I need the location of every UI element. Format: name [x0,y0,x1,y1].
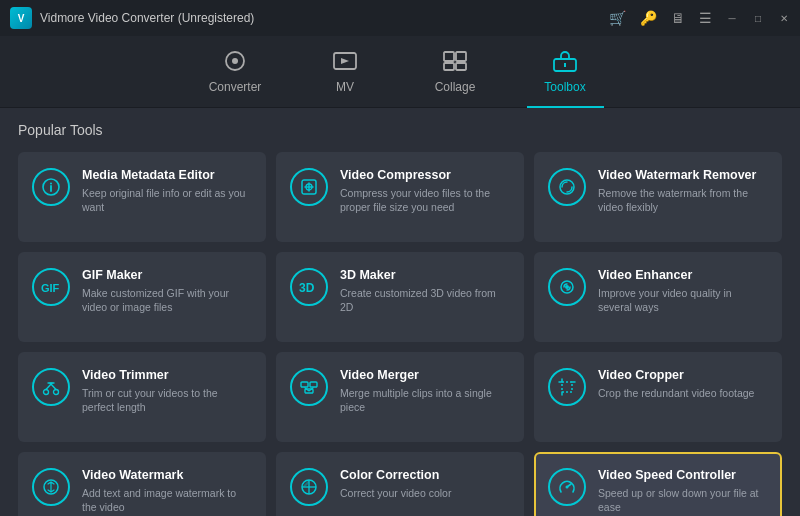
title-bar-left: V Vidmore Video Converter (Unregistered) [10,7,254,29]
video-trimmer-desc: Trim or cut your videos to the perfect l… [82,387,252,414]
cart-icon[interactable]: 🛒 [609,10,626,26]
media-metadata-info: Media Metadata EditorKeep original file … [82,168,252,214]
svg-text:GIF: GIF [41,282,60,294]
video-enhancer-icon [548,268,586,306]
minimize-button[interactable]: ─ [726,12,738,24]
video-speed-controller-icon [548,468,586,506]
gif-maker-icon: GIF [32,268,70,306]
video-watermark-remover-info: Video Watermark RemoverRemove the waterm… [598,168,768,214]
monitor-icon[interactable]: 🖥 [671,10,685,26]
title-bar-title: Vidmore Video Converter (Unregistered) [40,11,254,25]
video-compressor-icon [290,168,328,206]
gif-maker-name: GIF Maker [82,268,252,283]
video-trimmer-icon [32,368,70,406]
media-metadata-desc: Keep original file info or edit as you w… [82,187,252,214]
toolbox-tab-icon [552,50,578,76]
video-watermark-name: Video Watermark [82,468,252,483]
video-watermark-remover-name: Video Watermark Remover [598,168,768,183]
svg-point-10 [50,183,52,185]
tool-card-video-watermark-remover[interactable]: Video Watermark RemoverRemove the waterm… [534,152,782,242]
tool-card-video-enhancer[interactable]: Video EnhancerImprove your video quality… [534,252,782,342]
3d-maker-name: 3D Maker [340,268,510,283]
color-correction-info: Color CorrectionCorrect your video color [340,468,510,501]
media-metadata-name: Media Metadata Editor [82,168,252,183]
tool-card-3d-maker[interactable]: 3D 3D MakerCreate customized 3D video fr… [276,252,524,342]
video-merger-desc: Merge multiple clips into a single piece [340,387,510,414]
video-compressor-name: Video Compressor [340,168,510,183]
3d-maker-info: 3D MakerCreate customized 3D video from … [340,268,510,314]
video-speed-controller-name: Video Speed Controller [598,468,768,483]
video-compressor-info: Video CompressorCompress your video file… [340,168,510,214]
tool-card-video-compressor[interactable]: Video CompressorCompress your video file… [276,152,524,242]
tab-toolbox[interactable]: Toolbox [510,36,620,108]
svg-text:3D: 3D [299,281,315,294]
tab-converter[interactable]: Converter [180,36,290,108]
tools-grid: Media Metadata EditorKeep original file … [18,152,782,516]
color-correction-desc: Correct your video color [340,487,510,501]
video-enhancer-desc: Improve your video quality in several wa… [598,287,768,314]
gif-maker-info: GIF MakerMake customized GIF with your v… [82,268,252,314]
title-bar: V Vidmore Video Converter (Unregistered)… [0,0,800,36]
mv-tab-icon [332,50,358,76]
collage-tab-icon [442,50,468,76]
title-bar-right: 🛒 🔑 🖥 ☰ ─ □ ✕ [609,10,790,26]
svg-rect-24 [301,382,308,387]
video-merger-info: Video MergerMerge multiple clips into a … [340,368,510,414]
video-merger-name: Video Merger [340,368,510,383]
svg-point-18 [565,285,569,289]
svg-rect-6 [456,63,466,70]
video-enhancer-info: Video EnhancerImprove your video quality… [598,268,768,314]
tool-card-video-merger[interactable]: Video MergerMerge multiple clips into a … [276,352,524,442]
tool-card-media-metadata[interactable]: Media Metadata EditorKeep original file … [18,152,266,242]
menu-icon[interactable]: ☰ [699,10,712,26]
tool-card-color-correction[interactable]: Color CorrectionCorrect your video color [276,452,524,516]
gif-maker-desc: Make customized GIF with your video or i… [82,287,252,314]
svg-rect-5 [444,63,454,70]
video-compressor-desc: Compress your video files to the proper … [340,187,510,214]
color-correction-icon [290,468,328,506]
collage-tab-label: Collage [435,80,476,94]
tool-card-video-watermark[interactable]: Video WatermarkAdd text and image waterm… [18,452,266,516]
3d-maker-desc: Create customized 3D video from 2D [340,287,510,314]
svg-point-19 [44,390,49,395]
svg-rect-3 [444,52,454,61]
tool-card-video-speed-controller[interactable]: Video Speed ControllerSpeed up or slow d… [534,452,782,516]
tool-card-gif-maker[interactable]: GIF GIF MakerMake customized GIF with yo… [18,252,266,342]
restore-button[interactable]: □ [752,12,764,24]
video-watermark-desc: Add text and image watermark to the vide… [82,487,252,514]
video-merger-icon [290,368,328,406]
svg-rect-25 [310,382,317,387]
video-watermark-icon [32,468,70,506]
video-watermark-remover-icon [548,168,586,206]
svg-point-1 [232,58,238,64]
converter-tab-icon [222,50,248,76]
svg-rect-27 [562,382,572,392]
section-title: Popular Tools [18,122,782,138]
mv-tab-label: MV [336,80,354,94]
tab-mv[interactable]: MV [290,36,400,108]
tab-collage[interactable]: Collage [400,36,510,108]
media-metadata-icon [32,168,70,206]
content: Popular Tools Media Metadata EditorKeep … [0,108,800,516]
svg-line-22 [50,383,56,390]
toolbox-tab-label: Toolbox [544,80,585,94]
close-button[interactable]: ✕ [778,12,790,24]
converter-tab-label: Converter [209,80,262,94]
tool-card-video-cropper[interactable]: Video CropperCrop the redundant video fo… [534,352,782,442]
video-speed-controller-desc: Speed up or slow down your file at ease [598,487,768,514]
video-cropper-name: Video Cropper [598,368,768,383]
video-trimmer-name: Video Trimmer [82,368,252,383]
video-speed-controller-info: Video Speed ControllerSpeed up or slow d… [598,468,768,514]
tool-card-video-trimmer[interactable]: Video TrimmerTrim or cut your videos to … [18,352,266,442]
color-correction-name: Color Correction [340,468,510,483]
video-watermark-info: Video WatermarkAdd text and image waterm… [82,468,252,514]
video-watermark-remover-desc: Remove the watermark from the video flex… [598,187,768,214]
svg-point-33 [566,486,569,489]
video-cropper-desc: Crop the redundant video footage [598,387,768,401]
app-logo: V [10,7,32,29]
video-cropper-icon [548,368,586,406]
key-icon[interactable]: 🔑 [640,10,657,26]
video-trimmer-info: Video TrimmerTrim or cut your videos to … [82,368,252,414]
3d-maker-icon: 3D [290,268,328,306]
video-enhancer-name: Video Enhancer [598,268,768,283]
